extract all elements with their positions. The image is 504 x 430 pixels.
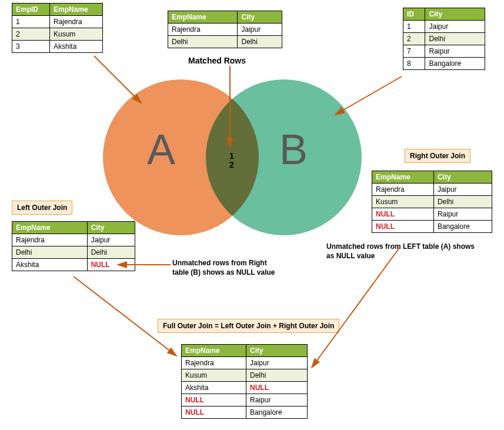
- table-emp: EmpIDEmpName 1Rajendra 2Kusum 3Akshita: [12, 3, 103, 53]
- venn-intersection-numbers: 12: [229, 152, 234, 170]
- venn-letter-b: B: [279, 125, 308, 174]
- matched-rows-label: Matched Rows: [188, 56, 246, 65]
- table-matched: EmpNameCity RajendraJaipur DelhiDelhi: [168, 11, 282, 48]
- venn-diagram: A B: [103, 79, 338, 244]
- table-full-join: EmpNameCity RajendraJaipur KusumDelhi Ak…: [181, 344, 308, 419]
- svg-line-5: [312, 247, 400, 368]
- venn-letter-a: A: [147, 125, 175, 174]
- table-right-join: EmpNameCity RajendraJaipur KusumDelhi NU…: [372, 171, 492, 233]
- full-outer-join-label: Full Outer Join = Left Outer Join + Righ…: [158, 319, 339, 333]
- right-outer-join-label: Right Outer Join: [405, 149, 470, 163]
- left-outer-join-label: Left Outer Join: [12, 201, 72, 215]
- table-city: IDCity 1Jaipur 2Delhi 7Raipur 8Bangalore: [403, 8, 485, 70]
- svg-line-4: [74, 276, 176, 356]
- table-left-join: EmpNameCity RajendraJaipur DelhiDelhi Ak…: [12, 221, 135, 271]
- note-right: Unmatched rows from LEFT table (A) shows…: [326, 242, 475, 261]
- note-left: Unmatched rows from Right table (B) show…: [172, 259, 275, 277]
